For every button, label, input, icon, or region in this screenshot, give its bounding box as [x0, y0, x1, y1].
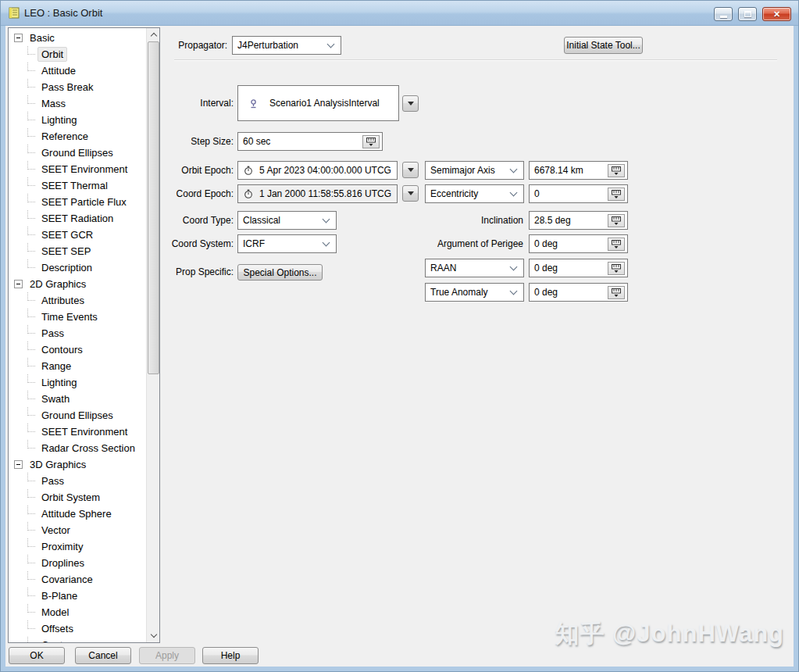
tree-item-pass[interactable]: Pass [9, 325, 146, 341]
coord-type-dropdown[interactable]: Classical [237, 211, 337, 230]
unit-chooser-button[interactable] [608, 262, 625, 275]
unit-chooser-button[interactable] [608, 164, 625, 177]
tree-item-label[interactable]: B-Plane [37, 588, 81, 603]
unit-chooser-button[interactable] [608, 238, 625, 251]
cancel-button[interactable]: Cancel [75, 647, 131, 664]
element-selector-raan[interactable]: RAAN [425, 259, 524, 277]
tree-item-attitude-sphere[interactable]: Attitude Sphere [9, 506, 146, 522]
tree-item-contours[interactable]: Contours [9, 637, 146, 642]
argument-of-perigee-field[interactable] [529, 234, 628, 253]
tree-item-label[interactable]: Pass [37, 326, 68, 341]
tree-item-offsets[interactable]: Offsets [9, 620, 146, 637]
collapse-expander-icon[interactable] [14, 460, 23, 469]
scroll-down-arrow-icon[interactable] [147, 629, 160, 642]
close-button[interactable]: ✕ [762, 7, 791, 21]
tree-item-label[interactable]: Mass [37, 96, 70, 111]
tree-item-attitude[interactable]: Attitude [9, 63, 146, 79]
unit-chooser-button[interactable] [362, 135, 380, 148]
tree-item-covariance[interactable]: Covariance [9, 571, 146, 588]
tree-item-label[interactable]: Pass Break [37, 80, 97, 95]
tree-item-lighting[interactable]: Lighting [9, 374, 146, 391]
tree-item-label[interactable]: SEET Environment [37, 424, 131, 439]
scrollbar-thumb[interactable] [148, 41, 159, 374]
ok-button[interactable]: OK [9, 647, 65, 664]
tree-item-label[interactable]: 2D Graphics [26, 277, 90, 291]
coord-system-dropdown[interactable]: ICRF [237, 234, 337, 253]
tree-item-model[interactable]: Model [9, 604, 146, 620]
orbit-epoch-field[interactable]: 5 Apr 2023 04:00:00.000 UTCG [237, 161, 398, 180]
tree-item-label[interactable]: Swath [37, 391, 73, 406]
tree-item-label[interactable]: Contours [37, 638, 87, 642]
tree-item-proximity[interactable]: Proximity [9, 538, 146, 555]
unit-chooser-button[interactable] [608, 188, 625, 201]
coord-epoch-dropdown-button[interactable] [402, 185, 419, 202]
tree-item-label[interactable]: Vector [37, 523, 74, 538]
semimajor-axis-field[interactable] [529, 161, 628, 180]
tree-item-label[interactable]: SEET Thermal [37, 178, 112, 193]
tree-item-label[interactable]: Attitude [37, 63, 80, 78]
orbit-epoch-dropdown-button[interactable] [402, 162, 419, 178]
tree-item-range[interactable]: Range [9, 358, 146, 374]
tree-item-label[interactable]: 3D Graphics [26, 457, 90, 472]
unit-chooser-button[interactable] [608, 214, 625, 227]
tree-item-pass[interactable]: Pass [9, 473, 146, 489]
tree-item-seet-environment[interactable]: SEET Environment [9, 424, 146, 440]
inclination-field[interactable] [529, 211, 628, 230]
titlebar[interactable]: LEO : Basic Orbit ✕ [1, 1, 798, 26]
unit-chooser-button[interactable] [608, 286, 625, 299]
raan-field[interactable] [529, 259, 628, 277]
tree-item-label[interactable]: Description [37, 260, 96, 275]
tree-item-contours[interactable]: Contours [9, 341, 146, 358]
interval-field[interactable]: Scenario1 AnalysisInterval [237, 85, 399, 121]
tree-item-label[interactable]: Pass [37, 474, 68, 488]
tree-item-label[interactable]: Radar Cross Section [37, 441, 139, 456]
tree-item-label[interactable]: Model [37, 605, 73, 620]
step-size-field[interactable] [237, 132, 383, 151]
tree-item-label[interactable]: Lighting [37, 375, 81, 390]
tree-item-label[interactable]: SEET GCR [37, 227, 97, 242]
tree-item-pass-break[interactable]: Pass Break [9, 79, 146, 95]
apply-button[interactable]: Apply [139, 647, 195, 664]
propagator-dropdown[interactable]: J4Perturbation [232, 36, 341, 55]
coord-epoch-field[interactable]: 1 Jan 2000 11:58:55.816 UTCG [237, 184, 398, 203]
tree-item-label[interactable]: Ground Ellipses [37, 408, 117, 423]
tree-item-radar-cross-section[interactable]: Radar Cross Section [9, 440, 146, 456]
minimize-button[interactable] [714, 7, 733, 21]
element-selector-true-anomaly[interactable]: True Anomaly [425, 283, 524, 302]
tree-scrollbar[interactable] [146, 28, 159, 642]
tree-item-label[interactable]: SEET Radiation [37, 211, 117, 226]
tree-item-label[interactable]: Proximity [37, 539, 87, 554]
help-button[interactable]: Help [202, 647, 259, 664]
tree-item-label[interactable]: Basic [26, 30, 59, 45]
tree-item-orbit-system[interactable]: Orbit System [9, 489, 146, 506]
initial-state-tool-button[interactable]: Initial State Tool... [564, 37, 643, 54]
tree-item-time-events[interactable]: Time Events [9, 309, 146, 325]
tree-item-label[interactable]: Contours [37, 342, 87, 357]
interval-dropdown-button[interactable] [402, 95, 419, 112]
special-options-button[interactable]: Special Options... [237, 264, 323, 281]
true-anomaly-field[interactable] [529, 283, 628, 302]
tree-item-ground-ellipses[interactable]: Ground Ellipses [9, 407, 146, 424]
step-size-input[interactable] [238, 133, 382, 150]
tree-item-label[interactable]: Covariance [37, 572, 97, 587]
tree-item-label[interactable]: Offsets [37, 621, 77, 636]
collapse-expander-icon[interactable] [14, 34, 23, 42]
tree-item-label[interactable]: Reference [37, 129, 92, 144]
eccentricity-field[interactable] [529, 184, 628, 203]
element-selector-semimajor-axis[interactable]: Semimajor Axis [425, 161, 524, 180]
tree-item-lighting[interactable]: Lighting [9, 112, 146, 128]
element-selector-eccentricity[interactable]: Eccentricity [425, 184, 524, 203]
tree-item-label[interactable]: Range [37, 359, 75, 374]
tree-item-attributes[interactable]: Attributes [9, 292, 146, 309]
tree-item-vector[interactable]: Vector [9, 522, 146, 538]
tree-item-label[interactable]: Orbit [37, 47, 67, 62]
tree-item-droplines[interactable]: Droplines [9, 555, 146, 571]
collapse-expander-icon[interactable] [14, 280, 23, 288]
tree-item-label[interactable]: SEET SEP [37, 244, 95, 259]
tree-item-label[interactable]: Droplines [37, 556, 88, 570]
tree-item-b-plane[interactable]: B-Plane [9, 588, 146, 604]
tree-item-label[interactable]: Ground Ellipses [37, 145, 117, 160]
maximize-button[interactable] [738, 7, 757, 21]
tree-item-label[interactable]: Attributes [37, 293, 88, 308]
tree-item-label[interactable]: Lighting [37, 113, 81, 127]
